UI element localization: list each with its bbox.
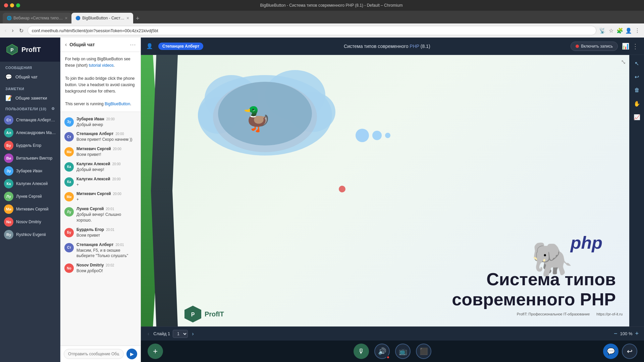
avatar: Ry — [4, 230, 13, 239]
sidebar-item-chat[interactable]: 💬 Общий чат — [0, 71, 60, 83]
chat-message: Ст Степанцев Алберт 20:01 Максим, F5, и … — [60, 240, 141, 261]
msg-author: Лунев Сергей — [76, 206, 104, 211]
msg-text: + — [76, 182, 137, 188]
msg-content: Nosov Dmitriy 20:02 Всем доброО! — [76, 263, 137, 274]
more-options-button[interactable]: ⋮ — [632, 42, 639, 50]
user-item[interactable]: Ал Александрович Максим — [0, 126, 60, 139]
move-tool[interactable]: ✋ — [631, 98, 643, 109]
profile-icon[interactable]: 👤 — [625, 27, 632, 34]
slide-dropdown[interactable]: 1 — [173, 330, 188, 338]
msg-time: 20:01 — [106, 228, 114, 232]
presentation-title: Система типов современного PHP (8.1) — [207, 44, 567, 49]
user-item[interactable]: Ви Витальевич Виктор — [0, 152, 60, 165]
user-item[interactable]: Ка Калугин Алексей — [0, 177, 60, 190]
msg-author: Nosov Dmitriy — [76, 263, 104, 267]
address-bar[interactable] — [28, 26, 596, 35]
bubble-dot-large — [356, 129, 369, 142]
audio-button[interactable]: 🔊 — [374, 344, 390, 359]
add-button[interactable]: + — [148, 344, 163, 359]
slide-title-line1: Система типов — [486, 269, 616, 289]
screen-share-button[interactable]: 📺 — [395, 344, 411, 359]
chat-input[interactable] — [64, 349, 124, 359]
reload-button[interactable]: ↻ — [18, 26, 25, 35]
presenter-icon: 👤 — [146, 43, 153, 49]
undo-tool[interactable]: ↩ — [631, 71, 643, 82]
bookmark-icon[interactable]: ☆ — [608, 27, 614, 34]
zoom-in-button[interactable]: + — [635, 330, 639, 337]
msg-content: Бурдель Егор 20:01 Всем привет — [76, 227, 137, 238]
chat-back-button[interactable]: ‹ — [65, 42, 67, 48]
leave-button[interactable]: ↩ — [622, 344, 637, 359]
user-item[interactable]: Ry Ryshkov Evgenii — [0, 228, 60, 241]
header-actions: 📊 ⋮ — [622, 42, 639, 50]
sidebar-item-notes[interactable]: 📝 Общие заметки — [0, 92, 60, 104]
cursor-tool[interactable]: ↖ — [631, 58, 643, 69]
bubble-dot-small — [385, 133, 390, 138]
maximize-window-button[interactable] — [16, 3, 20, 7]
title-version: (8.1) — [419, 44, 430, 49]
msg-time: 20:00 — [106, 117, 115, 121]
msg-text: Всем привет! Скоро начнем )) — [76, 137, 137, 142]
bigbluebutton-link[interactable]: BigBlueButton — [105, 102, 130, 106]
msg-time: 20:01 — [106, 207, 114, 211]
slide-wrapper[interactable]: 🦆 php 🐘 — [141, 55, 629, 326]
chat-panel: ‹ Общий чат ⋯ For help on using BigBlueB… — [60, 38, 141, 362]
msg-header: Степанцев Алберт 20:01 — [76, 242, 137, 247]
tab-0[interactable]: 🌐 Вебинар «Система типо… × — [3, 13, 71, 23]
chat-button-bottom[interactable]: 💬 — [603, 344, 619, 359]
record-button[interactable]: Включить запись — [571, 42, 618, 51]
next-slide-button[interactable]: › — [191, 329, 195, 338]
browser-tabbar: 🌐 Вебинар «Система типо… × 🔵 BigBlueButt… — [0, 11, 644, 23]
expand-icon[interactable]: ⤡ — [621, 58, 626, 66]
extensions-icon[interactable]: 🧩 — [616, 27, 623, 34]
msg-time: 20:02 — [106, 263, 114, 267]
delete-tool[interactable]: 🗑 — [631, 84, 643, 96]
forward-button[interactable]: › — [10, 26, 15, 35]
tab-favicon-0: 🌐 — [7, 16, 11, 20]
msg-text: Всем доброО! — [76, 268, 137, 274]
msg-avatar: Ст — [64, 243, 74, 252]
send-button[interactable]: ▶ — [126, 349, 137, 359]
user-item[interactable]: Зу Зубарев Иван — [0, 165, 60, 177]
user-item[interactable]: Бу Бурдель Егор — [0, 139, 60, 152]
slide-footer: P ProfIT ProfIT: Профессиональное IT-обр… — [184, 306, 623, 322]
chat-message: Ми Миткевич Сергей 20:00 + — [60, 189, 141, 204]
microphone-button[interactable]: 🎙 — [354, 344, 369, 359]
main-content: P ProfIT СООБЩЕНИЯ 💬 Общий чат ЗАМЕТКИ 📝… — [0, 38, 644, 362]
msg-author: Калугин Алексей — [76, 162, 110, 166]
slide-nav: ‹ Слайд 1 1 › — [146, 329, 195, 338]
msg-time: 20:00 — [115, 132, 124, 136]
chart-tool[interactable]: 📈 — [631, 111, 643, 123]
msg-content: Степанцев Алберт 20:01 Максим, F5, и в о… — [76, 242, 137, 259]
user-item[interactable]: No Nosov Dmitriy — [0, 216, 60, 228]
users-settings-icon[interactable]: ⚙ — [51, 107, 55, 111]
menu-icon[interactable]: ⋮ — [634, 27, 641, 34]
chat-input-area: ▶ — [60, 346, 141, 362]
tab-close-1[interactable]: × — [126, 15, 129, 21]
msg-content: Миткевич Сергей 20:00 + — [76, 191, 137, 202]
record-label: Включить запись — [581, 44, 613, 49]
minimize-window-button[interactable] — [10, 3, 14, 7]
msg-text: Всем привет! — [76, 152, 137, 158]
msg-time: 20:00 — [113, 192, 121, 196]
tutorial-link[interactable]: tutorial videos — [89, 63, 114, 68]
prev-slide-button[interactable]: ‹ — [146, 329, 151, 338]
close-window-button[interactable] — [4, 3, 8, 7]
browser-actions: 📡 ☆ 🧩 👤 ⋮ — [599, 27, 641, 34]
user-item[interactable]: Лу Лунев Сергей — [0, 190, 60, 203]
msg-avatar: Лу — [64, 207, 74, 217]
new-tab-button[interactable]: + — [133, 14, 142, 23]
cloud-container: 🦆 — [188, 65, 342, 166]
user-item[interactable]: Ст Степанцев Алберт (Вы) — [0, 114, 60, 126]
zoom-out-button[interactable]: − — [614, 330, 618, 337]
chat-more-button[interactable]: ⋯ — [130, 41, 136, 48]
user-item[interactable]: Ми Миткевич Сергей — [0, 203, 60, 216]
tab-close-0[interactable]: × — [65, 15, 67, 21]
msg-text: Добрый вечер! — [76, 167, 137, 173]
cast-icon[interactable]: 📡 — [599, 27, 606, 34]
tab-1[interactable]: 🔵 BigBlueButton - Сист… × — [71, 13, 133, 23]
video-button[interactable]: ⬛ — [416, 344, 431, 359]
back-button[interactable]: ‹ — [3, 26, 8, 35]
right-toolbar: ↖ ↩ 🗑 ✋ 📈 — [629, 55, 644, 326]
bars-icon[interactable]: 📊 — [622, 43, 629, 50]
